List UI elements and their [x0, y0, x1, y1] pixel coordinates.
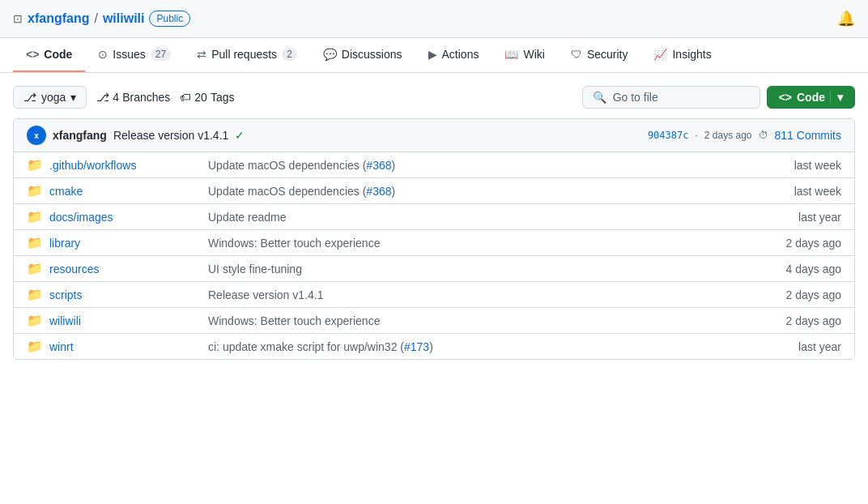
table-row: 📁 scripts Release version v1.4.1 2 days …: [14, 282, 854, 308]
tab-discussions[interactable]: 💬 Discussions: [310, 38, 415, 72]
file-commit-msg: UI style fine-tuning: [195, 263, 760, 275]
tab-actions[interactable]: ▶ Actions: [415, 38, 492, 72]
tab-actions-label: Actions: [442, 48, 479, 61]
file-name[interactable]: docs/images: [49, 211, 195, 224]
tab-issues-label: Issues: [113, 48, 145, 61]
issues-badge: 27: [151, 48, 171, 61]
file-time: 2 days ago: [760, 288, 841, 301]
tab-security-label: Security: [587, 48, 628, 61]
toolbar-right: 🔍 Go to file <> Code ▾: [582, 86, 855, 109]
wiki-tab-icon: 📖: [504, 48, 518, 61]
commit-link[interactable]: #368: [366, 159, 391, 172]
commit-time: 2 days ago: [704, 130, 752, 141]
tab-code[interactable]: <> Code: [13, 38, 85, 72]
table-row: 📁 wiliwili Windows: Better touch experie…: [14, 308, 854, 334]
file-commit-msg: Update macOS dependencies (#368): [195, 159, 760, 172]
code-tab-icon: <>: [26, 48, 39, 61]
file-time: 2 days ago: [760, 237, 841, 250]
file-name[interactable]: scripts: [49, 288, 195, 301]
file-time: 2 days ago: [760, 314, 841, 327]
tags-count: 20: [194, 91, 207, 104]
tab-issues[interactable]: ⊙ Issues 27: [85, 38, 184, 72]
commits-count-link[interactable]: 811 Commits: [775, 129, 841, 142]
visibility-badge: Public: [149, 11, 190, 27]
file-name[interactable]: winrt: [49, 340, 195, 353]
code-button-icon: <>: [779, 91, 792, 104]
file-name[interactable]: .github/workflows: [49, 159, 195, 172]
issues-tab-icon: ⊙: [98, 48, 108, 61]
commit-row: x xfangfang Release version v1.4.1 ✓ 904…: [14, 119, 854, 152]
commit-message: Release version v1.4.1: [113, 129, 228, 142]
nav-tabs: <> Code ⊙ Issues 27 ⇄ Pull requests 2 💬 …: [0, 38, 868, 73]
repo-title: ⊡ xfangfang / wiliwili Public: [13, 11, 190, 27]
file-commit-msg: ci: update xmake script for uwp/win32 (#…: [195, 340, 760, 353]
tags-link[interactable]: 🏷 20 Tags: [180, 91, 234, 104]
commit-author[interactable]: xfangfang: [53, 129, 107, 142]
commit-sha[interactable]: 904387c: [648, 130, 689, 141]
tab-pull-requests[interactable]: ⇄ Pull requests 2: [184, 38, 310, 72]
table-row: 📁 docs/images Update readme last year: [14, 204, 854, 230]
file-commit-msg: Update readme: [195, 211, 760, 224]
branches-link[interactable]: ⎇ 4 Branches: [96, 91, 170, 104]
table-row: 📁 resources UI style fine-tuning 4 days …: [14, 256, 854, 282]
commit-link[interactable]: #173: [404, 340, 429, 353]
code-button-label: Code: [797, 91, 825, 104]
branches-count: 4: [113, 91, 119, 104]
top-bar: ⊡ xfangfang / wiliwili Public 🔔: [0, 0, 868, 38]
folder-icon: 📁: [27, 261, 43, 276]
file-time: last year: [760, 211, 841, 224]
branch-icon: ⎇: [23, 91, 36, 104]
file-name[interactable]: resources: [49, 263, 195, 275]
search-icon: 🔍: [593, 91, 606, 104]
folder-icon: 📁: [27, 313, 43, 328]
table-row: 📁 library Windows: Better touch experien…: [14, 230, 854, 256]
file-name[interactable]: cmake: [49, 185, 195, 198]
file-time: 4 days ago: [760, 263, 841, 275]
repo-link[interactable]: wiliwili: [103, 11, 145, 26]
table-row: 📁 .github/workflows Update macOS depende…: [14, 152, 854, 178]
bell-icon[interactable]: 🔔: [837, 10, 855, 28]
check-icon: ✓: [235, 129, 245, 142]
file-table: x xfangfang Release version v1.4.1 ✓ 904…: [13, 118, 855, 360]
file-name[interactable]: wiliwili: [49, 314, 195, 327]
tab-pr-label: Pull requests: [211, 48, 277, 61]
code-button[interactable]: <> Code ▾: [767, 86, 855, 109]
branch-selector[interactable]: ⎇ yoga ▾: [13, 86, 87, 109]
tab-discussions-label: Discussions: [342, 48, 402, 61]
branch-link-icon: ⎇: [96, 91, 109, 104]
branches-tags: ⎇ 4 Branches 🏷 20 Tags: [96, 91, 234, 104]
tag-icon: 🏷: [180, 91, 191, 104]
discussions-tab-icon: 💬: [323, 48, 337, 61]
code-dropdown-arrow[interactable]: ▾: [830, 91, 843, 104]
branches-label: Branches: [122, 91, 170, 104]
tab-insights-label: Insights: [672, 48, 711, 61]
chevron-down-icon: ▾: [70, 91, 76, 104]
table-row: 📁 winrt ci: update xmake script for uwp/…: [14, 334, 854, 359]
file-time: last week: [760, 185, 841, 198]
tags-label: Tags: [211, 91, 235, 104]
pr-tab-icon: ⇄: [197, 48, 206, 61]
tab-security[interactable]: 🛡 Security: [558, 38, 641, 72]
folder-icon: 📁: [27, 157, 43, 173]
file-commit-msg: Update macOS dependencies (#368): [195, 185, 760, 198]
go-to-file-button[interactable]: 🔍 Go to file: [582, 86, 760, 109]
commit-dot-separator: ·: [695, 130, 697, 141]
tab-wiki[interactable]: 📖 Wiki: [491, 38, 557, 72]
actions-tab-icon: ▶: [428, 48, 437, 61]
file-name[interactable]: library: [49, 237, 195, 250]
security-tab-icon: 🛡: [571, 48, 582, 61]
branch-name: yoga: [41, 91, 66, 104]
folder-icon: 📁: [27, 183, 43, 199]
separator: /: [94, 11, 97, 26]
commit-link[interactable]: #368: [366, 185, 391, 198]
folder-icon: 📁: [27, 339, 43, 354]
go-to-file-label: Go to file: [613, 91, 658, 104]
file-commit-msg: Windows: Better touch experience: [195, 237, 760, 250]
avatar: x: [27, 126, 46, 145]
file-commit-msg: Windows: Better touch experience: [195, 314, 760, 327]
file-commit-msg: Release version v1.4.1: [195, 288, 760, 301]
repo-icon: ⊡: [13, 12, 23, 25]
folder-icon: 📁: [27, 287, 43, 302]
owner-link[interactable]: xfangfang: [28, 11, 89, 26]
tab-insights[interactable]: 📈 Insights: [640, 38, 724, 72]
